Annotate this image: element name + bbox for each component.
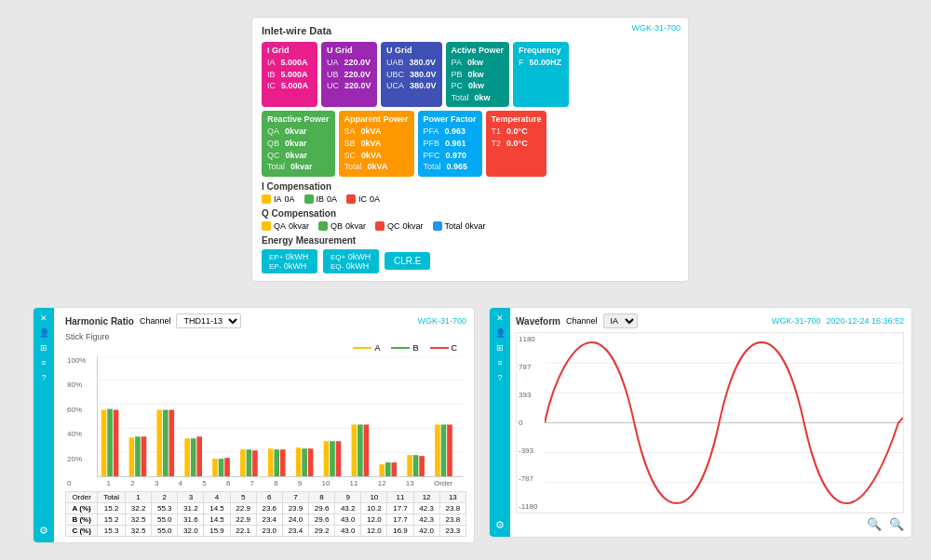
svg-rect-32 [352, 424, 358, 476]
ws-icon1: ✕ [496, 313, 504, 323]
table-row-a: A (%) 15.232.255.3 31.214.522.9 23.623.9… [66, 503, 466, 514]
qc-val: 0kvar [403, 221, 424, 231]
top-panel-model: WGK-31-700 [631, 23, 681, 33]
harmonic-content: Harmonic Ratio Channel THD11-13 WGK-31-7… [41, 313, 466, 537]
ib-dot [304, 194, 314, 204]
svg-rect-15 [191, 438, 196, 476]
svg-rect-38 [407, 455, 412, 476]
waveform-model: WGK-31-700 [772, 316, 821, 326]
waveform-channel-label: Channel [566, 316, 598, 326]
total-val: 0kvar [466, 221, 486, 231]
svg-rect-16 [196, 436, 202, 476]
svg-rect-9 [135, 436, 141, 476]
card-active-title: Active Power [452, 46, 505, 55]
card-ugrid2: U Grid UAB380.0V UBC380.0V UCA380.0V [381, 42, 442, 107]
legend-c-label: C [452, 343, 458, 353]
harmonic-chart-svg [98, 356, 463, 476]
total-label: Total [445, 221, 463, 231]
card-active: Active Power PA0kw PB0kw PC0kw Total0kw [446, 42, 510, 107]
card-reactive: Reactive Power QA0kvar QB0kvar QC0kvar T… [262, 111, 335, 176]
card-temp-title: Temperature [492, 114, 542, 124]
card-pf: Power Factor PFA0.963 PFB0.961 PFC0.970 … [418, 111, 482, 176]
eq-minus-row: EQ- 0kWH [331, 261, 371, 271]
clre-button[interactable]: CLR.E [385, 252, 430, 270]
th-order: Order [66, 492, 98, 503]
zoom-in-button[interactable]: 🔍 [889, 517, 904, 531]
card-ugrid1: U Grid UA220.0V UB220.0V UC220.0V [321, 42, 377, 107]
ia-label: IA [274, 194, 282, 204]
ep-minus-row: EP- 0kWH [269, 261, 310, 271]
svg-rect-37 [391, 462, 397, 476]
waveform-chart: 1180 787 393 0 -393 -787 -1180 [516, 332, 904, 513]
ic-val: 0A [370, 194, 380, 204]
svg-rect-42 [441, 424, 447, 476]
qb-dot [318, 221, 328, 231]
card-pf-title: Power Factor [424, 114, 477, 124]
svg-rect-33 [358, 424, 363, 476]
waveform-datetime: 2020-12-24 16:36:52 [826, 316, 904, 326]
ia-dot [262, 194, 271, 204]
waveform-title: Waveform [516, 316, 560, 327]
svg-rect-19 [224, 458, 230, 476]
chart-legend: A B C [65, 343, 466, 353]
energy-card-eq: EQ+ 0kWH EQ- 0kWH [323, 249, 379, 273]
top-panel: Inlet-wire Data WGK-31-700 I Grid IA5.00… [251, 17, 689, 282]
svg-rect-29 [324, 441, 330, 476]
waveform-sidebar: ✕ 👤 ⊞ ≡ ? ⚙ [490, 308, 510, 537]
harmonic-header: Harmonic Ratio Channel THD11-13 WGK-31-7… [65, 313, 466, 328]
energy-card-ep: EP+ 0kWH EP- 0kWH [262, 249, 317, 273]
th-total: Total [98, 492, 126, 503]
harmonic-channel-label: Channel [140, 316, 171, 326]
hs-gear-icon: ⚙ [39, 525, 48, 537]
svg-rect-18 [219, 459, 224, 476]
svg-rect-8 [129, 437, 135, 476]
eq-plus-row: EQ+ 0kWH [331, 252, 371, 261]
ws-icon3: ⊞ [496, 343, 504, 353]
table-row-c: C (%) 15.332.555.0 32.015.922.1 23.023.4… [66, 526, 466, 537]
svg-rect-26 [296, 447, 302, 476]
legend-b-label: B [412, 343, 418, 353]
legend-a-label: A [374, 343, 380, 353]
zoom-out-button[interactable]: 🔍 [867, 517, 882, 531]
qa-dot [262, 221, 271, 231]
card-freq-title: Frequency [519, 46, 563, 55]
legend-c: C [430, 343, 458, 353]
q-comp-total: Total 0kvar [433, 221, 486, 231]
q-comp-label: Q Compensation [262, 208, 679, 219]
svg-rect-40 [419, 456, 425, 476]
svg-rect-28 [308, 448, 314, 476]
harmonic-x-labels: 1 2 3 4 5 6 7 8 9 10 11 12 13 Order [93, 479, 466, 487]
qc-label: QC [387, 221, 400, 231]
svg-rect-27 [302, 448, 307, 476]
ws-icon5: ? [497, 373, 502, 382]
cards-row-2: Reactive Power QA0kvar QB0kvar QC0kvar T… [262, 111, 679, 176]
harmonic-panel: ✕ 👤 ⊞ ≡ ? ⚙ Harmonic Ratio Channel THD11… [33, 307, 475, 543]
harmonic-channel-select[interactable]: THD11-13 [176, 313, 241, 328]
waveform-channel-select[interactable]: IA [603, 313, 638, 328]
svg-rect-35 [379, 464, 385, 476]
qb-label: QB [331, 221, 343, 231]
hs-icon2: 👤 [39, 328, 49, 338]
card-igrid-title: I Grid [267, 46, 312, 55]
svg-rect-14 [184, 438, 190, 476]
energy-row: EP+ 0kWH EP- 0kWH EQ+ 0kWH EQ- 0kWH CLR.… [262, 249, 679, 273]
harmonic-data-table: Order Total 123 456 789 101112 13 A (%) … [65, 491, 466, 537]
harmonic-y-labels: 100% 80% 60% 40% 20% 0 [67, 356, 86, 487]
card-temp: Temperature T10.0°C T20.0°C [486, 111, 547, 176]
q-comp-qa: QA 0kvar [262, 221, 309, 231]
card-ugrid1-title: U Grid [327, 46, 371, 55]
i-comp-row: IA 0A IB 0A IC 0A [262, 194, 679, 204]
ia-val: 0A [285, 194, 295, 204]
ws-icon2: 👤 [495, 328, 506, 338]
q-comp-qb: QB 0kvar [318, 221, 366, 231]
card-reactive-title: Reactive Power [267, 114, 330, 124]
svg-rect-24 [274, 449, 279, 476]
i-comp-ia: IA 0A [262, 194, 295, 204]
q-comp-row: QA 0kvar QB 0kvar QC 0kvar Total 0kvar [262, 221, 679, 231]
i-comp-ib: IB 0A [304, 194, 338, 204]
svg-rect-13 [169, 410, 175, 476]
waveform-panel: ✕ 👤 ⊞ ≡ ? ⚙ Waveform Channel IA WGK-31-7… [489, 307, 912, 538]
ib-label: IB [317, 194, 325, 204]
ic-label: IC [358, 194, 367, 204]
legend-a-line [353, 347, 371, 349]
